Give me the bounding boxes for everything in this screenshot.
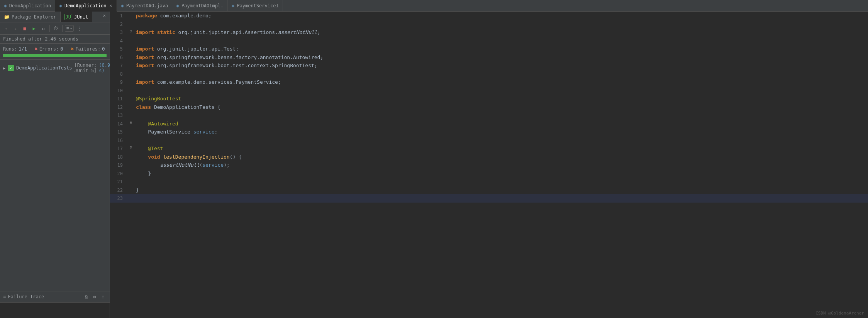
lines-icon: ≡ [3,294,6,299]
code-line: 11 @SpringBootTest [110,95,868,103]
code-editor[interactable]: 1 package com.example.demo; 2 3 ⊖ import… [110,12,868,318]
main-layout: 📁 Package Explorer JU JUnit ✕ ▾ ▴ ■ ▶ ↻ … [0,12,868,318]
close-tab-button[interactable]: ✕ [108,3,113,8]
code-line: 4 [110,37,868,45]
close-left-panel-button[interactable]: ✕ [100,12,108,19]
line-number: 3 [110,28,127,36]
line-number: 21 [110,178,127,185]
layout-icon: ≡ [66,26,69,31]
trace-filter-button[interactable]: ⊞ [91,293,98,300]
tab-label: Package Explorer [12,14,56,20]
code-line: 1 package com.example.demo; [110,12,868,20]
line-number: 2 [110,20,127,28]
more-options-button[interactable]: ⋮ [75,25,83,32]
runner-label: [Runner: JUnit 5] [75,63,97,73]
prev-failure-button[interactable]: ▾ [2,25,10,32]
line-number: 22 [110,186,127,194]
line-number: 7 [110,61,127,69]
line-number: 19 [110,161,127,169]
stop-button[interactable]: ■ [21,25,29,32]
line-number: 12 [110,103,127,111]
tab-paymentdaoimpl[interactable]: ◈ PaymentDAOImpl. [172,0,227,11]
tab-paymentservicei[interactable]: ◈ PaymentServiceI [227,0,283,11]
errors-label: Errors: [39,46,59,52]
errors-value: 0 [60,46,63,52]
tab-paymentdao[interactable]: ◈ PaymentDAO.java [117,0,172,11]
line-content: import org.springframework.beans.factory… [134,53,868,62]
failures-icon: ✖ [71,46,74,52]
line-content [134,194,868,203]
trace-collapse-button[interactable]: ⊟ [100,293,107,300]
code-line: 20 } [110,169,868,178]
java-icon: ◈ [59,3,62,8]
line-number: 14 [110,120,127,127]
line-gutter: ⊖ [127,144,134,151]
line-content: import com.example.demo.services.Payment… [134,78,868,86]
failures-value: 0 [102,46,105,52]
test-status-icon: ✓ [8,65,14,71]
line-number: 13 [110,111,127,119]
code-line: 3 ⊖ import static org.junit.jupiter.api.… [110,28,868,37]
expand-icon[interactable]: ▶ [3,66,5,70]
tab-junit[interactable]: JU JUnit [61,12,93,22]
toolbar-separator-2 [62,25,63,32]
failures-stat: ✖ Failures: 0 [71,46,105,52]
line-content [134,86,868,95]
line-content: package com.example.demo; [134,12,868,20]
line-number: 1 [110,12,127,19]
test-results: Runs: 1/1 ✖ Errors: 0 ✖ Failures: 0 [0,44,110,60]
failure-trace: ≡ Failure Trace ⎘ ⊞ ⊟ [0,291,110,318]
line-content: @Test [134,144,868,153]
line-number: 10 [110,86,127,94]
next-failure-button[interactable]: ▴ [12,25,19,32]
test-stats: Runs: 1/1 ✖ Errors: 0 ✖ Failures: 0 [3,46,107,52]
tab-label: JUnit [74,14,88,20]
failures-label: Failures: [75,46,100,52]
trace-copy-button[interactable]: ⎘ [83,293,90,300]
history-button[interactable]: ⏱ [52,25,60,32]
tab-demoapplication-2[interactable]: ◈ DemoApplication ✕ [55,0,117,12]
line-number: 8 [110,70,127,78]
code-line: 5 import org.junit.jupiter.api.Test; [110,45,868,53]
code-line: 13 [110,111,868,120]
line-gutter: ⊖ [127,28,134,35]
code-line: 21 [110,178,868,186]
runs-label: Runs: [3,46,17,52]
test-tree-item[interactable]: ▶ ✓ DemoApplicationTests [Runner: JUnit … [0,61,110,74]
code-line: 12 class DemoApplicationTests { [110,103,868,112]
rerun-button[interactable]: ▶ [30,25,38,32]
left-panel-tabs: 📁 Package Explorer JU JUnit ✕ [0,12,110,22]
errors-stat: ✖ Errors: 0 [35,46,63,52]
line-number: 9 [110,78,127,86]
package-explorer-icon: 📁 [4,14,10,20]
errors-icon: ✖ [35,46,38,52]
line-content [134,111,868,120]
progress-bar [3,54,107,57]
code-line: 16 [110,136,868,145]
tab-demoapplication-1[interactable]: ◈ DemoApplication [0,0,55,11]
code-line: 7 import org.springframework.boot.test.c… [110,61,868,70]
line-content [134,136,868,145]
line-content: assertNotNull(service); [134,161,868,169]
line-content: import org.springframework.boot.test.con… [134,61,868,70]
tab-package-explorer[interactable]: 📁 Package Explorer [0,12,61,22]
test-time: (0.975 s) [99,63,110,73]
line-content: class DemoApplicationTests { [134,103,868,112]
code-line: 2 [110,20,868,29]
code-line: 22 } [110,186,868,195]
code-line: 23 [110,194,868,203]
status-bar: Finished after 2.46 seconds [0,35,110,44]
rerun-failed-button[interactable]: ↻ [39,25,47,32]
code-line: 9 import com.example.demo.services.Payme… [110,78,868,86]
runs-stat: Runs: 1/1 [3,46,27,52]
line-number: 18 [110,153,127,161]
line-content [134,37,868,45]
left-panel: 📁 Package Explorer JU JUnit ✕ ▾ ▴ ■ ▶ ↻ … [0,12,110,318]
layout-dropdown[interactable]: ≡ ▾ [65,25,74,32]
line-number: 4 [110,37,127,44]
line-content: } [134,169,868,178]
watermark: CSDN @GoldenaArcher [815,311,864,316]
code-line: 15 PaymentService service; [110,128,868,136]
code-line: 10 [110,86,868,95]
failure-trace-header: ≡ Failure Trace ⎘ ⊞ ⊟ [0,291,110,303]
